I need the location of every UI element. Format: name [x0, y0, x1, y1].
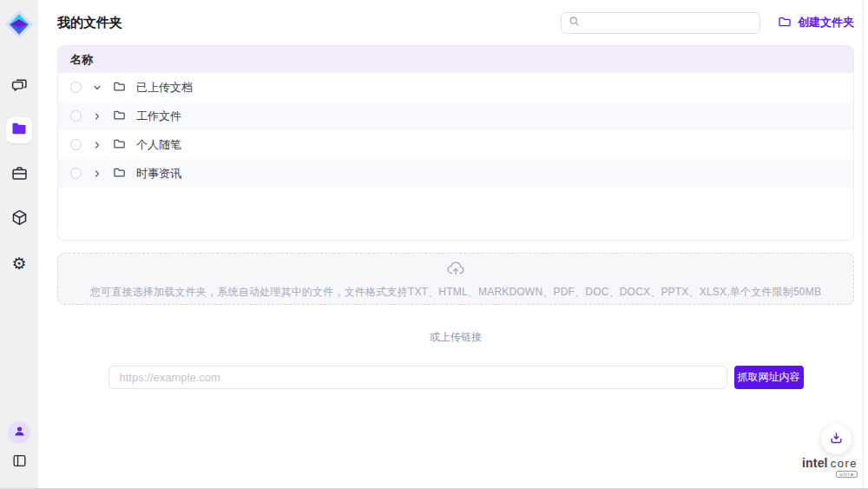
- main-content: 我的文件夹: [38, 0, 868, 488]
- folder-name: 个人随笔: [136, 137, 181, 153]
- folder-row[interactable]: 时事资讯: [58, 159, 853, 188]
- search-box: [561, 12, 760, 34]
- url-input[interactable]: [108, 366, 727, 389]
- row-checkbox[interactable]: [70, 139, 82, 150]
- folder-plus-icon: [778, 15, 792, 31]
- sidebar-item-apps[interactable]: [6, 206, 32, 232]
- folder-table: 名称 已上传文档 工作文件: [57, 45, 854, 241]
- download-fab-button[interactable]: [821, 424, 852, 454]
- panel-layout-icon: [11, 457, 28, 472]
- row-checkbox[interactable]: [70, 110, 82, 122]
- intel-core-logo: intel core ultra: [802, 456, 858, 478]
- sidebar-item-folders[interactable]: [6, 117, 32, 143]
- chevron-right-icon[interactable]: [91, 168, 103, 180]
- chat-icon: [10, 76, 29, 97]
- folder-icon: [10, 120, 28, 141]
- briefcase-icon: [10, 164, 29, 186]
- collapse-panel-button[interactable]: [11, 453, 28, 472]
- cube-icon: [10, 208, 29, 230]
- app-window: ⚙: [0, 0, 868, 488]
- file-dropzone[interactable]: 您可直接选择加载文件夹，系统自动处理其中的文件，文件格式支持TXT、HTML、M…: [57, 253, 854, 305]
- dropzone-hint: 您可直接选择加载文件夹，系统自动处理其中的文件，文件格式支持TXT、HTML、M…: [90, 285, 821, 300]
- search-input[interactable]: [585, 17, 753, 29]
- table-header: 名称: [58, 46, 853, 73]
- cloud-upload-icon: [446, 259, 465, 281]
- folder-name: 已上传文档: [136, 80, 193, 96]
- intel-core-text: core: [831, 457, 858, 470]
- folder-row[interactable]: 工作文件: [58, 102, 853, 130]
- user-avatar-icon: [13, 425, 26, 441]
- fetch-url-button[interactable]: 抓取网址内容: [734, 366, 804, 389]
- sidebar: ⚙: [0, 0, 38, 488]
- search-icon: [569, 15, 580, 30]
- topbar: 我的文件夹: [57, 0, 854, 45]
- topbar-actions: 创建文件夹: [561, 12, 854, 34]
- sidebar-item-chat[interactable]: [6, 73, 32, 99]
- sidebar-bottom: [8, 421, 30, 472]
- url-upload-row: 抓取网址内容: [57, 366, 854, 389]
- name-column-header: 名称: [70, 52, 93, 68]
- intel-wordmark: intel: [802, 456, 828, 470]
- folder-outline-icon: [113, 166, 126, 182]
- folder-outline-icon: [113, 137, 126, 153]
- page-title: 我的文件夹: [57, 15, 122, 31]
- folder-row[interactable]: 已上传文档: [58, 73, 853, 102]
- download-icon: [829, 431, 844, 448]
- folder-outline-icon: [113, 109, 126, 124]
- sidebar-item-settings[interactable]: ⚙: [6, 250, 32, 276]
- intel-ultra-badge: ultra: [836, 471, 858, 478]
- or-upload-link-label: 或上传链接: [57, 330, 854, 345]
- folder-outline-icon: [113, 80, 126, 96]
- sidebar-item-toolbox[interactable]: [6, 162, 32, 188]
- app-logo-icon[interactable]: [2, 7, 36, 42]
- user-avatar[interactable]: [8, 421, 30, 444]
- chevron-right-icon[interactable]: [91, 139, 103, 151]
- gear-icon: ⚙: [11, 255, 26, 272]
- folder-name: 时事资讯: [136, 166, 181, 182]
- create-folder-button[interactable]: 创建文件夹: [778, 15, 854, 31]
- chevron-down-icon[interactable]: [91, 82, 103, 94]
- chevron-right-icon[interactable]: [91, 110, 103, 122]
- folder-row[interactable]: 个人随笔: [58, 130, 853, 159]
- folder-name: 工作文件: [136, 109, 181, 124]
- row-checkbox[interactable]: [70, 168, 82, 179]
- row-checkbox[interactable]: [70, 82, 82, 93]
- create-folder-label: 创建文件夹: [798, 15, 854, 30]
- scrollbar-track[interactable]: [863, 0, 868, 488]
- sidebar-nav: ⚙: [6, 73, 32, 276]
- table-empty-space: [58, 188, 853, 240]
